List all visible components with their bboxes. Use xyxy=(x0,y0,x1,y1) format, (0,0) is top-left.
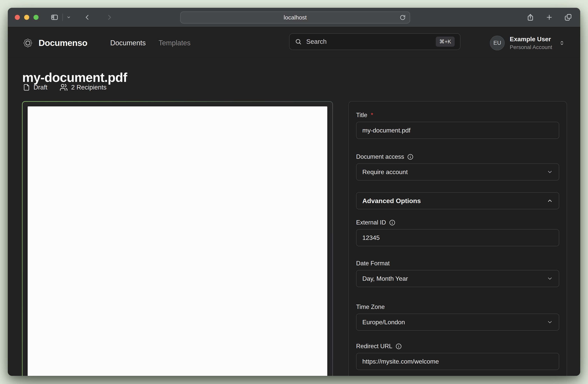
document-preview-card xyxy=(22,101,333,376)
forward-button[interactable] xyxy=(106,14,113,21)
chevron-down-icon xyxy=(547,319,553,325)
browser-toolbar: localhost xyxy=(8,8,580,27)
status-badge: Draft xyxy=(23,84,47,91)
account-name: Example User xyxy=(510,36,551,43)
chevrons-up-down-icon xyxy=(559,40,565,46)
redirect-url-info-button[interactable] xyxy=(396,343,402,349)
chevron-right-icon xyxy=(106,14,113,21)
document-preview-inner xyxy=(22,102,332,376)
address-bar-url: localhost xyxy=(284,14,307,21)
documenso-logo[interactable]: Documenso xyxy=(22,37,87,49)
tab-overview-button[interactable] xyxy=(564,13,572,21)
info-icon xyxy=(389,219,396,226)
document-settings-panel: Title * Document access Require account xyxy=(348,101,567,376)
required-asterisk: * xyxy=(371,112,373,119)
chevron-up-icon xyxy=(547,198,553,204)
document-meta-row: Draft 2 Recipients xyxy=(23,83,106,91)
external-id-info-button[interactable] xyxy=(389,219,396,226)
time-zone-label: Time Zone xyxy=(356,304,559,310)
sidebar-icon xyxy=(51,13,58,21)
status-label: Draft xyxy=(34,84,47,91)
date-format-label: Date Format xyxy=(356,260,559,267)
search-placeholder: Search xyxy=(306,38,327,45)
sidebar-menu-chevron-button[interactable] xyxy=(67,15,71,19)
redirect-url-field-group: Redirect URL xyxy=(356,343,559,370)
external-id-input[interactable] xyxy=(356,229,559,246)
share-icon xyxy=(526,13,534,21)
title-label: Title * xyxy=(356,112,559,119)
users-icon xyxy=(60,83,68,91)
document-access-info-button[interactable] xyxy=(407,154,414,160)
info-icon xyxy=(407,154,414,160)
zoom-window-button[interactable] xyxy=(34,15,39,20)
external-id-label: External ID xyxy=(356,219,559,226)
redirect-url-input[interactable] xyxy=(356,353,559,370)
title-input[interactable] xyxy=(356,122,559,139)
recipients-label: 2 Recipients xyxy=(71,84,107,91)
info-icon xyxy=(396,343,402,349)
browser-window: localhost xyxy=(8,8,580,376)
search-icon xyxy=(295,38,302,45)
document-access-select[interactable]: Require account xyxy=(356,163,559,180)
documenso-app: Documenso Documents Templates Search ⌘+K… xyxy=(8,27,580,376)
file-icon xyxy=(23,84,30,91)
nav-documents[interactable]: Documents xyxy=(110,39,146,47)
toolbar-separator xyxy=(62,14,63,21)
tabs-icon xyxy=(564,13,572,21)
app-header: Documenso Documents Templates Search ⌘+K… xyxy=(8,27,580,59)
back-button[interactable] xyxy=(84,14,91,21)
plus-icon xyxy=(546,14,553,21)
document-access-field-group: Document access Require account xyxy=(356,153,559,180)
traffic-lights xyxy=(15,15,39,20)
time-zone-select[interactable]: Europe/London xyxy=(356,314,559,331)
title-field-group: Title * xyxy=(356,112,559,139)
reload-icon xyxy=(399,14,406,21)
document-page xyxy=(28,106,327,376)
document-access-label: Document access xyxy=(356,153,559,160)
chevron-down-icon xyxy=(547,275,553,282)
search-shortcut-badge: ⌘+K xyxy=(436,37,455,47)
date-format-field-group: Date Format Day, Month Year xyxy=(356,260,559,287)
new-tab-button[interactable] xyxy=(546,14,553,21)
close-window-button[interactable] xyxy=(15,15,20,20)
account-subtitle: Personal Account xyxy=(510,44,552,50)
account-menu-button[interactable]: EU Example User Personal Account xyxy=(490,36,565,50)
nav-templates[interactable]: Templates xyxy=(158,39,190,47)
minimize-window-button[interactable] xyxy=(24,15,29,20)
sidebar-toggle-button[interactable] xyxy=(51,13,58,21)
avatar: EU xyxy=(490,36,505,50)
reload-button[interactable] xyxy=(399,14,406,21)
main-nav: Documents Templates xyxy=(110,39,190,47)
search-bar[interactable]: Search ⌘+K xyxy=(289,33,461,50)
page-title: my-document.pdf xyxy=(22,70,127,85)
time-zone-field-group: Time Zone Europe/London xyxy=(356,304,559,331)
advanced-options-toggle[interactable]: Advanced Options xyxy=(356,192,559,209)
toolbar-right-actions xyxy=(526,13,572,21)
documenso-logo-icon xyxy=(22,37,34,49)
chevron-down-icon xyxy=(67,15,71,19)
chevron-down-icon xyxy=(547,169,553,175)
date-format-select[interactable]: Day, Month Year xyxy=(356,270,559,287)
recipients-badge: 2 Recipients xyxy=(60,83,107,91)
redirect-url-label: Redirect URL xyxy=(356,343,559,350)
address-bar[interactable]: localhost xyxy=(180,12,410,23)
brand-name: Documenso xyxy=(39,38,87,48)
share-button[interactable] xyxy=(526,13,534,21)
chevron-left-icon xyxy=(84,14,91,21)
external-id-field-group: External ID xyxy=(356,219,559,246)
